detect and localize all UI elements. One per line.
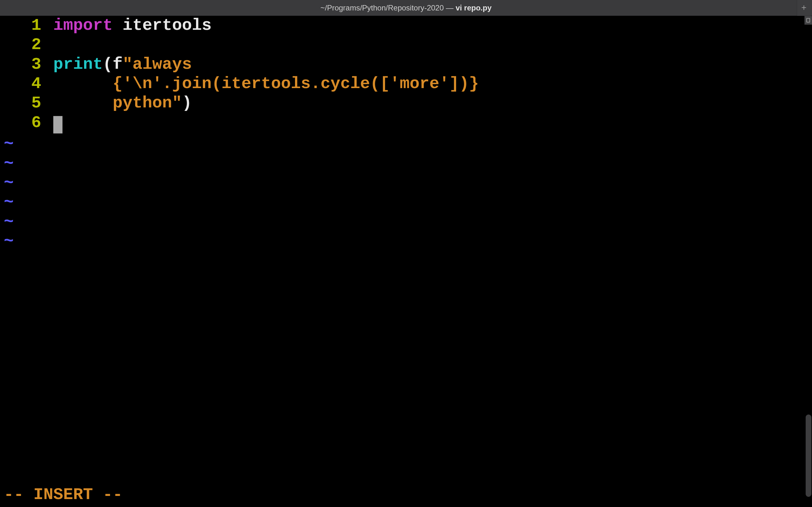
sidebar-toggle[interactable] <box>804 16 812 25</box>
line-number: 3 <box>3 55 53 74</box>
scrollbar[interactable] <box>804 25 812 507</box>
line-number: 5 <box>3 94 53 113</box>
window-path: ~/Programs/Python/Repository-2020 — <box>320 3 455 12</box>
empty-line-marker: ~ <box>4 154 804 173</box>
line-number: 4 <box>3 74 53 94</box>
empty-line-marker: ~ <box>4 212 804 232</box>
window-command: vi repo.py <box>455 3 491 12</box>
code-line[interactable]: 4 {'\n'.join(itertools.cycle(['more'])} <box>0 74 804 94</box>
code-line[interactable]: 1import itertools <box>0 16 804 35</box>
scrollbar-thumb[interactable] <box>806 414 811 497</box>
code-line[interactable]: 6 <box>0 113 804 132</box>
editor-area[interactable]: 1import itertools23print(f"always4 {'\n'… <box>0 16 804 507</box>
line-number: 2 <box>3 35 53 55</box>
window-title: ~/Programs/Python/Repository-2020 — vi r… <box>320 3 492 12</box>
code-line[interactable]: 5 python") <box>0 94 804 113</box>
empty-line-marker: ~ <box>4 134 804 154</box>
empty-line-marker: ~ <box>4 232 804 251</box>
code-content[interactable]: import itertools <box>53 16 212 35</box>
new-tab-button[interactable]: + <box>797 0 811 16</box>
line-number: 6 <box>3 113 53 132</box>
code-content[interactable] <box>53 113 62 132</box>
vi-mode-status: -- INSERT -- <box>4 485 122 504</box>
code-line[interactable]: 3print(f"always <box>0 55 804 74</box>
empty-line-marker: ~ <box>4 193 804 212</box>
code-content[interactable]: {'\n'.join(itertools.cycle(['more'])} <box>53 74 479 94</box>
window-titlebar: ~/Programs/Python/Repository-2020 — vi r… <box>0 0 812 16</box>
code-line[interactable]: 2 <box>0 35 804 55</box>
code-content[interactable]: print(f"always <box>53 55 192 74</box>
code-content[interactable]: python") <box>53 94 192 113</box>
empty-line-marker: ~ <box>4 173 804 193</box>
line-number: 1 <box>3 16 53 35</box>
empty-buffer-lines: ~~~~~~ <box>0 132 804 251</box>
text-cursor <box>53 116 62 133</box>
